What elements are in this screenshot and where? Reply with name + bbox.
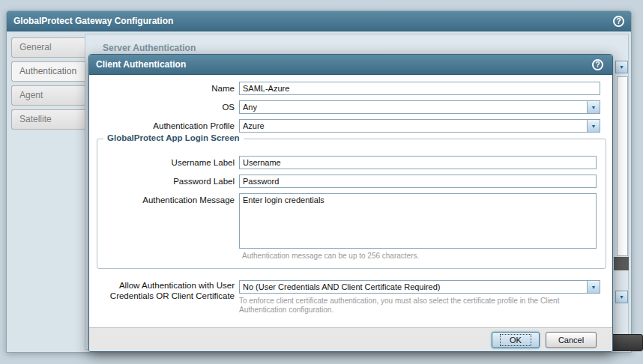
- auth-profile-input[interactable]: [239, 119, 600, 133]
- os-dropdown-arrow-icon[interactable]: ▼: [587, 101, 600, 113]
- tab-authentication[interactable]: Authentication: [11, 61, 85, 82]
- dialog-help-icon[interactable]: ?: [592, 59, 603, 70]
- background-dropdown-button[interactable]: ▼: [615, 61, 628, 73]
- dialog-button-bar: OK Cancel: [89, 327, 612, 351]
- tab-general[interactable]: General: [11, 37, 85, 58]
- ok-button[interactable]: OK: [492, 332, 540, 348]
- auth-message-textarea[interactable]: Enter login credentials: [239, 193, 597, 249]
- gateway-config-title: GlobalProtect Gateway Configuration: [13, 16, 173, 26]
- background-selected-row-edge: [614, 257, 629, 270]
- cert-option-dropdown-arrow-icon[interactable]: ▼: [587, 281, 600, 293]
- name-label: Name: [89, 82, 235, 95]
- cert-option-label: Allow Authentication with User Credentia…: [103, 280, 235, 301]
- screen: GlobalProtect Gateway Configuration ? Ge…: [0, 0, 643, 364]
- password-label-input[interactable]: [239, 175, 597, 188]
- os-combo: ▼: [239, 100, 600, 114]
- dialog-title: Client Authentication: [96, 59, 186, 70]
- server-authentication-heading: Server Authentication: [103, 43, 196, 53]
- auth-message-hint: Authentication message can be up to 256 …: [242, 252, 594, 261]
- auth-profile-combo: ▼: [239, 119, 600, 133]
- cert-option-hint: To enforce client certificate authentica…: [239, 297, 585, 315]
- username-label-label: Username Label: [89, 157, 235, 169]
- ok-button-label: OK: [500, 334, 531, 346]
- auth-message-label: Authentication Message: [89, 194, 235, 207]
- cert-option-input[interactable]: [239, 280, 600, 294]
- background-dropdown-button-2[interactable]: ▼: [615, 291, 628, 303]
- username-label-input[interactable]: [239, 156, 597, 169]
- cert-option-combo: ▼: [239, 280, 600, 294]
- os-input[interactable]: [239, 100, 600, 114]
- background-list-edge: [617, 76, 628, 256]
- login-screen-group-title: GlobalProtect App Login Screen: [103, 133, 244, 142]
- client-authentication-dialog: Client Authentication ? Name OS ▼ Authen…: [88, 54, 613, 352]
- os-label: OS: [89, 101, 235, 114]
- gateway-config-titlebar: GlobalProtect Gateway Configuration ?: [7, 11, 631, 31]
- dialog-titlebar: Client Authentication ?: [89, 55, 612, 75]
- tab-agent[interactable]: Agent: [11, 85, 85, 106]
- password-label-label: Password Label: [89, 175, 235, 188]
- name-input[interactable]: [239, 82, 600, 95]
- side-tabs: General Authentication Agent Satellite: [11, 37, 85, 133]
- auth-profile-dropdown-arrow-icon[interactable]: ▼: [587, 120, 600, 132]
- cancel-button[interactable]: Cancel: [546, 332, 597, 348]
- tab-satellite[interactable]: Satellite: [11, 109, 85, 130]
- help-icon[interactable]: ?: [613, 16, 624, 27]
- auth-profile-label: Authentication Profile: [89, 120, 235, 133]
